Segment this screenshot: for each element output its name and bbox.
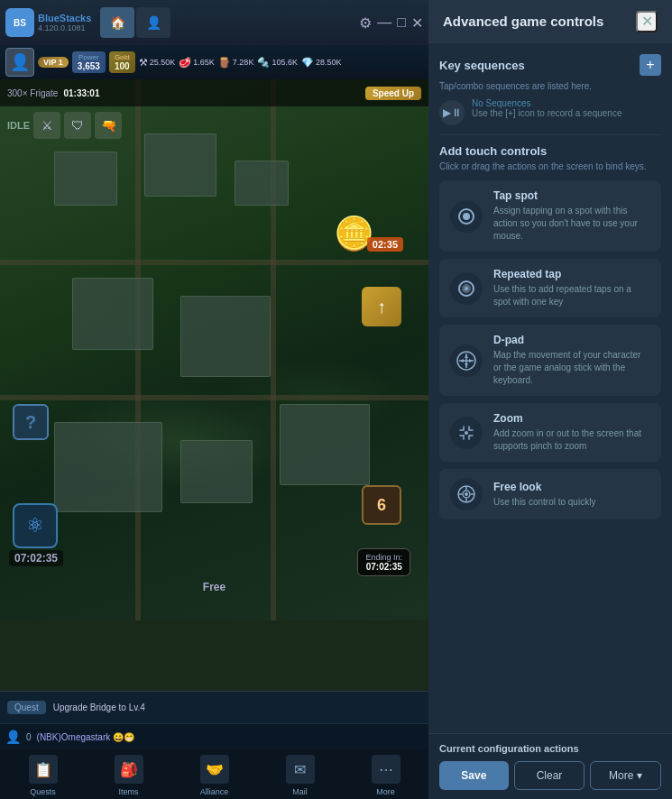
panel-title: Advanced game controls (443, 14, 636, 29)
free-look-card[interactable]: Free look Use this control to quickly (439, 469, 661, 519)
panel-header: Advanced game controls ✕ (428, 0, 672, 43)
save-button[interactable]: Save (439, 761, 509, 790)
free-look-title: Free look (493, 481, 650, 493)
minimize-icon[interactable]: — (377, 14, 391, 31)
nav-item-quests[interactable]: 📋 Quests (0, 749, 86, 799)
panel-footer: Current configuration actions Save Clear… (428, 733, 672, 799)
bottom-nav: 📋 Quests 🎒 Items 🤝 Alliance ✉ (0, 749, 428, 799)
panel-content: Key sequences + Tap/combo sequences are … (428, 43, 672, 733)
more-button[interactable]: More ▾ (590, 761, 661, 790)
tap-spot-card[interactable]: Tap spot Assign tapping on a spot with t… (439, 180, 661, 252)
road-h1 (0, 260, 428, 265)
tab-profile[interactable]: 👤 (136, 7, 170, 38)
nav-label-quests: Quests (30, 787, 56, 796)
zoom-text: Zoom Add zoom in or out to the screen th… (493, 412, 650, 453)
key-sequences-subtitle: Tap/combo sequences are listed here. (439, 81, 661, 91)
idle-icon-1[interactable]: ⚔ (33, 112, 60, 139)
bluestacks-logo: BS BlueStacks 4.120.0.1081 (5, 8, 91, 37)
res1: ⚒ 25.50K (139, 57, 176, 69)
no-sequences-row: ▶⏸ No Sequences Use the [+] icon to reco… (439, 98, 661, 125)
frigate-bar: 300× Frigate 01:33:01 Speed Up (0, 79, 428, 106)
idle-icon-2[interactable]: 🛡 (64, 112, 91, 139)
building-7 (180, 440, 253, 503)
svg-marker-11 (469, 359, 473, 363)
avatar: 👤 (5, 48, 34, 77)
idle-row: IDLE ⚔ 🛡 🔫 (0, 108, 129, 142)
repeated-tap-card[interactable]: Repeated tap Use this to add repeated ta… (439, 259, 661, 317)
power-label: Power (78, 53, 100, 61)
dpad-desc: Map the movement of your character or th… (493, 349, 650, 387)
quest-text: Upgrade Bridge to Lv.4 (53, 703, 145, 712)
speed-up-button[interactable]: Speed Up (365, 87, 421, 100)
repeated-tap-text: Repeated tap Use this to add repeated ta… (493, 268, 650, 308)
zoom-card[interactable]: Zoom Add zoom in or out to the screen th… (439, 403, 661, 462)
tab-home[interactable]: 🏠 (100, 7, 134, 38)
svg-point-15 (465, 492, 468, 496)
settings-icon[interactable]: ⚙ (359, 14, 372, 32)
panel-close-button[interactable]: ✕ (636, 11, 658, 32)
nav-item-mail[interactable]: ✉ Mail (257, 749, 343, 799)
power-box: Power 3,653 (72, 51, 106, 73)
close-window-icon[interactable]: ✕ (411, 14, 423, 32)
add-sequence-button[interactable]: + (640, 54, 661, 76)
clear-button[interactable]: Clear (514, 761, 585, 790)
res4: 🔩 105.6K (257, 57, 298, 69)
arrow-button[interactable]: ↑ (362, 287, 401, 326)
building-8 (280, 404, 370, 485)
bs-name: BlueStacks (38, 13, 91, 23)
player-icon: 👤 (5, 730, 21, 744)
power-value: 3,653 (78, 61, 100, 71)
maximize-icon[interactable]: □ (397, 14, 406, 31)
right-panel: Advanced game controls ✕ Key sequences +… (428, 0, 672, 799)
bs-name-block: BlueStacks 4.120.0.1081 (38, 13, 91, 32)
items-icon: 🎒 (115, 755, 143, 784)
svg-marker-10 (460, 359, 464, 363)
tap-spot-desc: Assign tapping on a spot with this actio… (493, 205, 650, 243)
vip-badge: VIP 1 (38, 57, 69, 68)
eye-icon (450, 478, 483, 510)
question-button[interactable]: ? (13, 404, 49, 440)
player-name: (NBK)Omegastark 😀😁 (37, 732, 134, 742)
dpad-text: D-pad Map the movement of your character… (493, 334, 650, 387)
bottom-toolbar: Quest Upgrade Bridge to Lv.4 👤 0 (NBK)Om… (0, 691, 428, 799)
more-nav-icon: ⋯ (372, 755, 400, 784)
touch-controls-subtitle: Click or drag the actions on the screen … (439, 161, 661, 171)
gold-box: Gold 100 (109, 51, 135, 73)
repeated-tap-desc: Use this to add repeated taps on a spot … (493, 283, 650, 308)
quest-tag: Quest (7, 701, 46, 714)
building-2 (144, 133, 216, 197)
more-chevron-icon: ▾ (637, 769, 642, 782)
key-sequences-header: Key sequences + (439, 54, 661, 76)
tab-icons: 🏠 👤 (100, 7, 170, 38)
dpad-card[interactable]: D-pad Map the movement of your character… (439, 325, 661, 396)
nav-label-mail: Mail (292, 787, 308, 796)
game-panel: BS BlueStacks 4.120.0.1081 🏠 👤 ⚙ — □ ✕ 👤… (0, 0, 428, 799)
nav-item-items[interactable]: 🎒 Items (86, 749, 171, 799)
no-seq-icon: ▶⏸ (439, 100, 465, 125)
ending-badge: Ending In: 07:02:35 (357, 548, 410, 576)
footer-label: Current configuration actions (439, 743, 661, 754)
building-5 (180, 296, 271, 377)
frigate-timer: 01:33:01 (63, 88, 99, 98)
top-bar-right: ⚙ — □ ✕ (359, 14, 423, 32)
quests-icon: 📋 (29, 755, 58, 784)
idle-icon-3[interactable]: 🔫 (95, 112, 122, 139)
bs-icon: BS (5, 8, 34, 37)
gold-value: 100 (115, 61, 130, 71)
player-score: 0 (26, 732, 32, 742)
top-bar: BS BlueStacks 4.120.0.1081 🏠 👤 ⚙ — □ ✕ (0, 0, 428, 45)
quest-bar: Quest Upgrade Bridge to Lv.4 (0, 692, 428, 724)
nav-label-items: Items (118, 787, 138, 796)
road-v1 (135, 79, 141, 620)
res2: 🥩 1.65K (179, 57, 215, 69)
building-6 (54, 422, 162, 512)
frigate-label: 300× Frigate (7, 88, 58, 98)
road-h2 (0, 395, 428, 400)
zoom-desc: Add zoom in or out to the screen that su… (493, 427, 650, 453)
svg-marker-9 (465, 363, 468, 367)
nav-item-alliance[interactable]: 🤝 Alliance (171, 749, 257, 799)
nav-item-more[interactable]: ⋯ More (343, 749, 428, 799)
nav-icon-wrap-mail: ✉ (284, 753, 317, 785)
idle-label: IDLE (7, 120, 30, 131)
atom-button[interactable]: ⚛ (13, 503, 58, 548)
